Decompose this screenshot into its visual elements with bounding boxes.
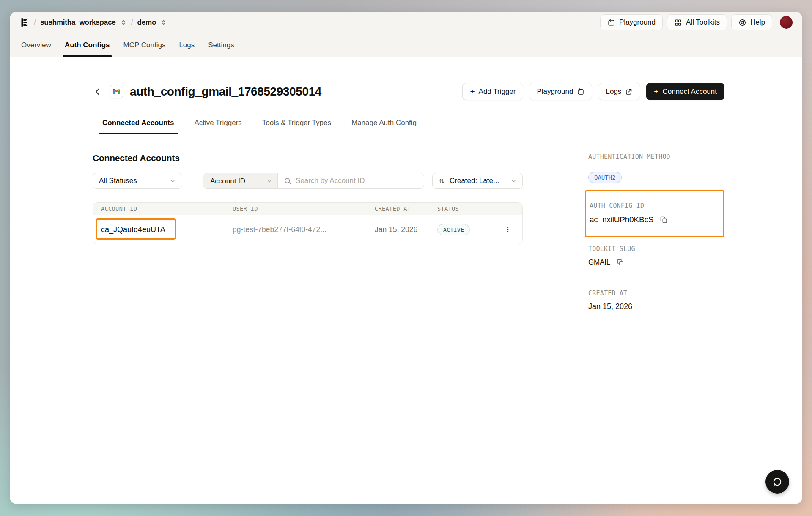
search-icon [284,177,291,185]
search-combo: Account ID [203,173,424,189]
search-field-value: Account ID [210,177,245,186]
section-heading: Connected Accounts [93,153,523,163]
user-avatar[interactable] [780,16,793,29]
col-header-user-id: USER ID [233,205,375,212]
playground-page-label: Playground [537,87,573,96]
tab-logs[interactable]: Logs [178,41,195,57]
col-header-created-at: CREATED AT [375,205,437,212]
breadcrumb-separator: / [131,18,133,27]
project-name[interactable]: demo [137,18,156,27]
auth-method-label: AUTHENTICATION METHOD [588,153,724,161]
tab-settings[interactable]: Settings [208,41,234,57]
tab-mcp-configs[interactable]: MCP Configs [123,41,166,57]
all-toolkits-label: All Toolkits [686,18,720,27]
playground-label: Playground [619,18,656,27]
auth-config-id-value: ac_nxilUPh0KBcS [590,215,653,224]
help-lifebuoy-icon [738,19,746,27]
chat-fab-button[interactable] [765,470,789,494]
plus-icon: + [654,87,658,96]
status-filter-value: All Statuses [99,177,137,185]
search-input[interactable] [296,177,418,185]
chevron-down-icon [170,178,176,184]
tab-connected-accounts[interactable]: Connected Accounts [99,119,178,134]
gmail-icon [110,85,123,98]
col-header-status: STATUS [437,205,503,212]
account-id-cell[interactable]: ca_JQauIq4euUTA [101,225,165,234]
status-badge: ACTIVE [437,224,470,235]
add-trigger-label: Add Trigger [479,87,516,96]
breadcrumb-separator: / [34,18,36,27]
page-content: auth_config_gmail_1768529305014 + Add Tr… [10,57,802,504]
accounts-table: ACCOUNT ID USER ID CREATED AT STATUS ca_… [93,202,523,244]
oauth2-badge: OAUTH2 [588,172,622,183]
detail-tabs: Connected Accounts Active Triggers Tools… [93,119,724,134]
breadcrumb: / sushmitha_workspace / demo [19,17,167,28]
auth-config-id-label: AUTH CONFIG ID [590,202,720,210]
logs-button[interactable]: Logs [598,83,640,100]
playground-icon [607,19,615,27]
sort-select[interactable]: Created: Late... [432,173,523,189]
copy-icon[interactable] [660,216,668,224]
help-button[interactable]: Help [731,14,772,30]
connect-account-label: Connect Account [662,87,717,96]
page-title: auth_config_gmail_1768529305014 [130,85,321,98]
tab-tools-trigger-types[interactable]: Tools & Trigger Types [258,119,335,134]
highlight-box-auth-config-id: AUTH CONFIG ID ac_nxilUPh0KBcS [585,190,724,237]
user-id-cell: pg-test-7beb277f-64f0-472... [233,225,375,234]
project-switcher-icon[interactable] [160,19,167,26]
main-nav-tabs: Overview Auth Configs MCP Configs Logs S… [10,33,802,57]
search-field-select[interactable]: Account ID [203,173,278,189]
chevron-down-icon [510,178,517,184]
table-header-row: ACCOUNT ID USER ID CREATED AT STATUS [93,203,522,215]
add-trigger-button[interactable]: + Add Trigger [462,83,523,100]
playground-icon [577,88,584,96]
playground-button[interactable]: Playground [600,14,663,30]
tab-manage-auth-config[interactable]: Manage Auth Config [348,119,420,134]
tab-active-triggers[interactable]: Active Triggers [190,119,245,134]
created-at-cell: Jan 15, 2026 [375,225,437,234]
filters-row: All Statuses Account ID [93,173,523,189]
table-row[interactable]: ca_JQauIq4euUTA pg-test-7beb277f-64f0-47… [93,215,522,244]
all-toolkits-button[interactable]: All Toolkits [667,14,727,30]
connect-account-button[interactable]: + Connect Account [646,83,724,100]
toolkit-slug-label: TOOLKIT SLUG [588,245,724,253]
workspace-switcher-icon[interactable] [120,19,127,26]
page-actions: + Add Trigger Playground Logs [462,83,724,100]
external-link-icon [625,88,633,96]
sidebar-divider [588,281,724,281]
connected-accounts-section: Connected Accounts All Statuses Account … [93,153,523,311]
plus-icon: + [470,87,475,96]
playground-page-button[interactable]: Playground [529,83,592,100]
tab-overview[interactable]: Overview [21,41,52,57]
toolkit-slug-value: GMAIL [588,258,610,267]
top-header: / sushmitha_workspace / demo Playground [10,12,802,33]
row-menu-button[interactable] [504,225,512,234]
chat-bubble-icon [772,476,783,487]
chevron-down-icon [266,178,272,184]
grid-icon [674,19,682,27]
page-title-row: auth_config_gmail_1768529305014 + Add Tr… [93,57,724,100]
workspace-name[interactable]: sushmitha_workspace [40,18,116,27]
status-filter-select[interactable]: All Statuses [93,173,182,189]
app-window: / sushmitha_workspace / demo Playground [10,12,802,504]
account-id-value: ca_JQauIq4euUTA [101,225,165,234]
config-sidebar: AUTHENTICATION METHOD OAUTH2 AUTH CONFIG… [588,153,724,311]
header-actions: Playground All Toolkits Help [600,14,793,30]
sort-value: Created: Late... [450,177,499,185]
col-header-account-id: ACCOUNT ID [93,205,233,212]
composio-logo-icon[interactable] [19,17,30,28]
copy-icon[interactable] [617,259,624,266]
created-at-value: Jan 15, 2026 [588,302,724,311]
search-box [278,173,424,188]
sort-arrows-icon [438,177,445,185]
help-label: Help [750,18,765,27]
created-at-label: CREATED AT [588,289,724,297]
tab-auth-configs[interactable]: Auth Configs [64,41,110,57]
logs-label: Logs [606,87,621,96]
back-button[interactable] [93,87,104,97]
